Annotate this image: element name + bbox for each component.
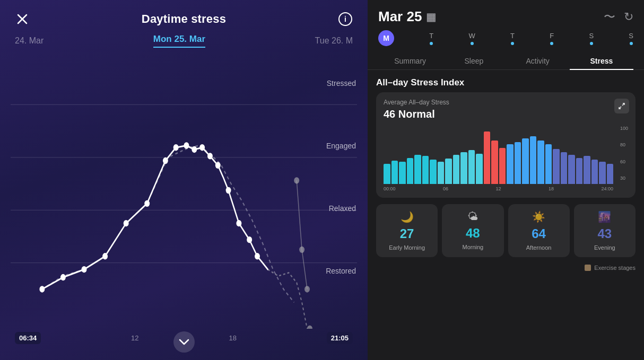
chevron-down-button[interactable] (173, 331, 195, 353)
tab-stress[interactable]: Stress (570, 52, 633, 69)
bar (576, 158, 583, 185)
date-current[interactable]: Mon 25. Mar (153, 34, 205, 48)
morning-value: 48 (466, 226, 480, 241)
bar-x-labels: 00:00 06 12 18 24:00 (384, 186, 628, 191)
evening-value: 43 (598, 226, 612, 241)
y-60: 60 (620, 159, 628, 164)
y-30: 30 (620, 175, 628, 181)
svg-point-22 (236, 220, 241, 226)
svg-point-8 (39, 286, 45, 292)
info-button[interactable]: i (336, 10, 355, 29)
calendar-icon[interactable]: ▦ (426, 11, 436, 23)
period-card-evening: 🌆 43 Evening (574, 204, 636, 257)
date-text: Mar 25 (378, 8, 422, 25)
bar (607, 164, 614, 185)
stress-index-card: Average All–day Stress 46 Normal 100 (376, 92, 636, 198)
left-title: Daytime stress (142, 12, 226, 26)
bar (584, 156, 590, 184)
bar (530, 136, 537, 184)
exercise-label: Exercise stages (594, 265, 636, 271)
week-nav: M T W T F S S (368, 30, 644, 52)
bar (484, 131, 491, 184)
bar (422, 156, 429, 184)
afternoon-icon: ☀️ (532, 210, 545, 223)
time-end: 21:05 (327, 332, 353, 344)
bar (491, 141, 498, 185)
bar (445, 159, 452, 184)
date-prev[interactable]: 24. Mar (15, 36, 43, 46)
day-dot-t2 (511, 42, 514, 45)
bar (460, 152, 467, 185)
day-dot-s2 (630, 42, 633, 45)
svg-point-24 (255, 253, 260, 259)
svg-point-16 (184, 142, 189, 148)
expand-button[interactable] (614, 99, 629, 113)
day-monday[interactable]: M (378, 30, 394, 46)
bar (391, 161, 398, 184)
bar (499, 148, 506, 184)
early-morning-label: Early Morning (389, 244, 425, 251)
svg-point-19 (207, 153, 213, 159)
date-next[interactable]: Tue 26. M (315, 36, 353, 46)
svg-point-18 (199, 144, 205, 151)
left-panel: Daytime stress i 24. Mar Mon 25. Mar Tue… (0, 0, 368, 360)
tab-activity[interactable]: Activity (506, 52, 570, 69)
exercise-dot (585, 265, 591, 271)
time-end18: 18 (229, 334, 236, 342)
afternoon-value: 64 (532, 226, 546, 241)
period-cards: 🌙 27 Early Morning 🌤 48 Morning ☀️ 64 Af… (376, 204, 636, 257)
day-letter-s2: S (629, 32, 633, 40)
bar (430, 160, 437, 184)
chevron-area (0, 347, 368, 360)
close-button[interactable] (13, 10, 32, 29)
afternoon-label: Afternoon (526, 244, 552, 251)
period-card-morning: 🌤 48 Morning (442, 204, 503, 257)
bar (507, 144, 514, 184)
early-morning-value: 27 (400, 226, 414, 241)
tab-sleep[interactable]: Sleep (442, 52, 506, 69)
x-2400: 24:00 (601, 186, 613, 191)
svg-point-9 (60, 274, 66, 280)
refresh-icon[interactable]: ↻ (624, 10, 633, 24)
svg-point-14 (163, 157, 168, 164)
exercise-stages: Exercise stages (376, 265, 636, 271)
right-panel: Mar 25 ▦ 〜 ↻ M T W T F (368, 0, 644, 360)
day-tuesday[interactable]: T (429, 32, 433, 45)
day-letter-t2: T (510, 32, 515, 40)
header-icons: 〜 ↻ (604, 9, 633, 25)
day-dot-f (550, 42, 553, 45)
activity-icon[interactable]: 〜 (604, 9, 615, 25)
bar (545, 144, 552, 184)
early-morning-icon: 🌙 (401, 210, 414, 223)
y-80: 80 (620, 142, 628, 147)
svg-point-10 (82, 266, 87, 273)
tab-summary[interactable]: Summary (378, 52, 442, 69)
bar (414, 155, 421, 184)
evening-icon: 🌆 (598, 210, 611, 223)
period-card-afternoon: ☀️ 64 Afternoon (508, 204, 570, 257)
bar (407, 158, 414, 185)
x-18: 18 (549, 186, 554, 191)
day-saturday[interactable]: S (589, 32, 594, 45)
day-letter-t1: T (429, 32, 433, 40)
bar (438, 162, 445, 184)
svg-point-11 (102, 253, 108, 259)
svg-line-30 (302, 250, 307, 289)
svg-point-20 (215, 162, 221, 169)
bar (515, 142, 521, 184)
date-title: Mar 25 ▦ (378, 8, 436, 25)
day-letter-s1: S (589, 32, 594, 40)
bar (476, 154, 483, 184)
bar (522, 138, 529, 184)
svg-point-17 (192, 146, 197, 153)
day-letter-f: F (550, 32, 554, 40)
svg-text:i: i (344, 15, 346, 23)
day-wednesday[interactable]: W (468, 32, 475, 45)
day-sunday[interactable]: S (629, 32, 633, 45)
tabs: Summary Sleep Activity Stress (368, 52, 644, 70)
day-thursday[interactable]: T (510, 32, 515, 45)
day-friday[interactable]: F (550, 32, 554, 45)
bar (553, 149, 560, 184)
morning-label: Morning (463, 244, 484, 250)
y-100: 100 (620, 126, 628, 131)
